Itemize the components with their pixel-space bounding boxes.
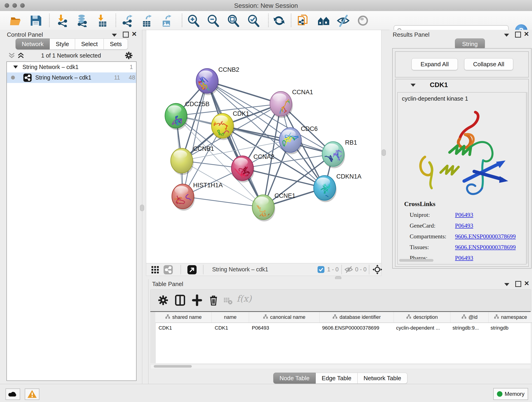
crosslink-value-link[interactable]: P06493 (455, 255, 473, 262)
cloud-button[interactable] (6, 389, 20, 400)
node-CCNE1[interactable]: CCNE1 (252, 192, 296, 223)
tab-edge-table[interactable]: Edge Table (316, 373, 358, 384)
edge-CCNB2-HIST1H1A[interactable] (183, 81, 207, 196)
right-splitter-grip[interactable] (382, 149, 386, 156)
results-panel-menu-icon[interactable] (504, 33, 509, 38)
results-hscroll-thumb[interactable] (399, 259, 433, 262)
delete-column-icon[interactable] (208, 294, 219, 306)
open-session-icon[interactable] (10, 14, 22, 27)
selected-checkbox-icon[interactable] (317, 266, 324, 273)
hidden-eye-icon (345, 266, 353, 273)
cell-database-identifier[interactable]: 9606.ENSP00000378699 (319, 323, 393, 333)
column-type-icon (332, 314, 337, 320)
collection-expand-triangle-icon[interactable] (13, 65, 18, 69)
zoom-fit-icon[interactable] (227, 14, 240, 27)
expand-all-button[interactable]: Expand All (412, 58, 458, 70)
hide-selected-icon[interactable] (337, 14, 350, 27)
save-session-icon[interactable] (29, 14, 42, 27)
network-row-selected[interactable]: String Network – cdk1 11 48 (7, 72, 136, 83)
import-network-icon[interactable] (56, 14, 69, 27)
clone-network-icon[interactable] (297, 14, 310, 27)
open-in-window-icon[interactable] (187, 265, 196, 274)
control-panel-close-icon[interactable]: ✕ (132, 32, 137, 36)
left-splitter-grip[interactable] (140, 205, 144, 211)
memory-button[interactable]: Memory (493, 388, 528, 400)
crosslink-row: Uniprot:P06493 (410, 210, 524, 220)
crosslink-value-link[interactable]: 9606.ENSP00000378699 (455, 244, 516, 251)
table-panel-close-icon[interactable]: ✕ (524, 281, 529, 286)
column-header-database-identifier[interactable]: database identifier (320, 312, 394, 322)
cell-namespace[interactable]: stringdb (487, 323, 531, 333)
network-graph[interactable]: CCNB2CCNA1CDC25BCDK1CDC6RB1CCNB1CCNA2CDK… (146, 30, 381, 263)
column-header--id[interactable]: @id (450, 312, 489, 322)
network-collection-row[interactable]: String Network – cdk1 1 (7, 62, 136, 72)
column-header-description[interactable]: description (394, 312, 450, 322)
results-vscroll-track[interactable] (526, 92, 528, 264)
show-columns-icon[interactable] (174, 294, 186, 306)
export-image-icon[interactable] (160, 14, 173, 27)
crosslink-value-link[interactable]: P06493 (455, 222, 473, 229)
node-label-CCNA2: CCNA2 (253, 153, 274, 160)
toolbar-separator (203, 265, 203, 274)
fit-content-crosshair-icon[interactable] (373, 265, 382, 274)
string-style-icon[interactable] (164, 265, 173, 274)
crosslink-value-link[interactable]: 9606.ENSP00000378699 (455, 233, 516, 240)
tab-string[interactable]: String (455, 38, 485, 50)
column-header-canonical-name[interactable]: canonical name (249, 312, 320, 322)
node-CCNA1[interactable]: CCNA1 (270, 89, 313, 128)
node-CCNB2[interactable]: CCNB2 (196, 66, 239, 98)
node-CDK1[interactable]: CDK1 (206, 110, 249, 148)
tab-network[interactable]: Network (16, 38, 50, 50)
zoom-selected-icon[interactable] (247, 14, 260, 27)
node-HIST1H1A[interactable]: HIST1H1A (170, 182, 223, 211)
zoom-in-icon[interactable] (187, 14, 200, 27)
tab-style[interactable]: Style (50, 38, 75, 50)
node-CDC25B[interactable]: CDC25B (165, 101, 210, 131)
import-table-icon[interactable] (96, 14, 109, 27)
import-network-from-database-icon[interactable] (76, 14, 89, 27)
zoom-out-icon[interactable] (207, 14, 220, 27)
column-header-namespace[interactable]: namespace (489, 312, 532, 322)
column-header-shared-name[interactable]: shared name (155, 312, 212, 322)
control-panel-menu-icon[interactable] (112, 33, 117, 38)
create-column-icon[interactable] (191, 294, 203, 306)
cell-canonical-name[interactable]: P06493 (249, 323, 319, 333)
cell-shared-name[interactable]: CDK1 (155, 323, 211, 333)
node-label-CDK1: CDK1 (233, 110, 249, 117)
tab-select[interactable]: Select (75, 38, 104, 50)
show-all-icon[interactable] (356, 14, 369, 27)
export-table-icon[interactable] (140, 14, 153, 27)
warnings-button[interactable] (25, 389, 39, 400)
cell-name[interactable]: CDK1 (211, 323, 249, 333)
table-row[interactable]: CDK1CDK1P064939606.ENSP00000378699cyclin… (155, 323, 531, 333)
crosslinks-heading: CrossLinks (404, 200, 435, 208)
tab-node-table[interactable]: Node Table (273, 373, 316, 384)
tab-sets[interactable]: Sets (104, 38, 128, 50)
node-CDKN1A[interactable]: CDKN1A (314, 173, 361, 209)
table-hscroll-thumb[interactable] (154, 365, 192, 368)
first-neighbors-icon[interactable] (317, 14, 330, 27)
birdseye-grid-icon[interactable] (151, 266, 159, 274)
table-panel-float-icon[interactable] (515, 281, 521, 288)
toolbar-separator (291, 14, 291, 27)
crosslink-value-link[interactable]: P06493 (455, 211, 473, 218)
results-panel-float-icon[interactable] (515, 32, 521, 38)
collapse-all-button[interactable]: Collapse All (464, 58, 513, 70)
cell-description[interactable]: cyclin-dependent ... (393, 323, 449, 333)
node-RB1[interactable]: RB1 (322, 139, 357, 168)
tab-network-table[interactable]: Network Table (358, 373, 407, 384)
refresh-icon[interactable] (273, 14, 285, 27)
export-network-icon[interactable] (121, 14, 134, 27)
table-options-gear-icon[interactable] (157, 294, 169, 306)
results-panel-close-icon[interactable]: ✕ (524, 32, 529, 36)
control-panel-float-icon[interactable] (123, 32, 129, 38)
edge-HIST1H1A-CCNE1[interactable] (183, 196, 263, 207)
node-CDC6[interactable]: CDC6 (279, 125, 318, 154)
table-panel-menu-icon[interactable] (504, 283, 509, 287)
network-options-gear-icon[interactable] (124, 51, 133, 60)
cdk1-collapse-triangle-icon[interactable] (411, 83, 416, 88)
network-canvas[interactable]: CCNB2CCNA1CDC25BCDK1CDC6RB1CCNB1CCNA2CDK… (146, 30, 381, 264)
table-hscrollbar[interactable] (150, 364, 531, 369)
cell--id[interactable]: stringdb:9... (449, 323, 487, 333)
column-header-name[interactable]: name (212, 312, 249, 322)
